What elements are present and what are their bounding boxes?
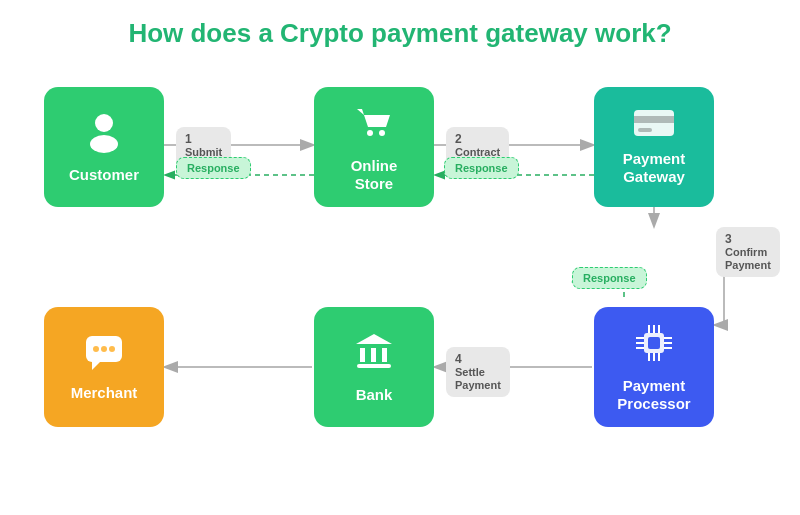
payment-gateway-label: PaymentGateway (623, 150, 686, 186)
box-customer: Customer (44, 87, 164, 207)
svg-marker-23 (356, 334, 392, 344)
svg-point-14 (379, 130, 385, 136)
svg-rect-16 (634, 116, 674, 123)
card-icon (632, 108, 676, 144)
merchant-label: Merchant (71, 384, 138, 402)
svg-point-21 (101, 346, 107, 352)
response-3-box: Response (572, 267, 647, 289)
page-title: How does a Crypto payment gateway work? (24, 18, 776, 49)
diagram: Customer OnlineStore Payme (24, 67, 776, 467)
response-3-text: Response (583, 272, 636, 284)
svg-rect-26 (382, 348, 387, 362)
box-payment-processor: PaymentProcessor (594, 307, 714, 427)
chat-icon (82, 332, 126, 378)
svg-point-11 (95, 114, 113, 132)
step-1-num: 1 (185, 132, 192, 146)
step-4-text: SettlePayment (455, 366, 501, 392)
main-container: How does a Crypto payment gateway work? (0, 0, 800, 515)
svg-rect-24 (360, 348, 365, 362)
chip-icon (632, 321, 676, 371)
online-store-label: OnlineStore (351, 157, 398, 193)
box-payment-gateway: PaymentGateway (594, 87, 714, 207)
box-online-store: OnlineStore (314, 87, 434, 207)
step-2-num: 2 (455, 132, 462, 146)
response-1-text: Response (187, 162, 240, 174)
step-3-text: ConfirmPayment (725, 246, 771, 272)
svg-marker-19 (92, 362, 100, 370)
svg-rect-17 (638, 128, 652, 132)
svg-point-13 (367, 130, 373, 136)
svg-rect-25 (371, 348, 376, 362)
bank-icon (352, 330, 396, 380)
step-4-box: 4 SettlePayment (446, 347, 510, 397)
bank-label: Bank (356, 386, 393, 404)
person-icon (82, 110, 126, 160)
payment-processor-label: PaymentProcessor (617, 377, 690, 413)
step-3-box: 3 ConfirmPayment (716, 227, 780, 277)
response-2-box: Response (444, 157, 519, 179)
step-4-num: 4 (455, 352, 462, 366)
svg-point-12 (90, 135, 118, 153)
svg-point-22 (109, 346, 115, 352)
svg-rect-29 (648, 337, 660, 349)
step-3-num: 3 (725, 232, 732, 246)
customer-label: Customer (69, 166, 139, 184)
svg-rect-27 (357, 364, 391, 368)
box-bank: Bank (314, 307, 434, 427)
box-merchant: Merchant (44, 307, 164, 427)
response-2-text: Response (455, 162, 508, 174)
svg-point-20 (93, 346, 99, 352)
cart-icon (352, 101, 396, 151)
response-1-box: Response (176, 157, 251, 179)
